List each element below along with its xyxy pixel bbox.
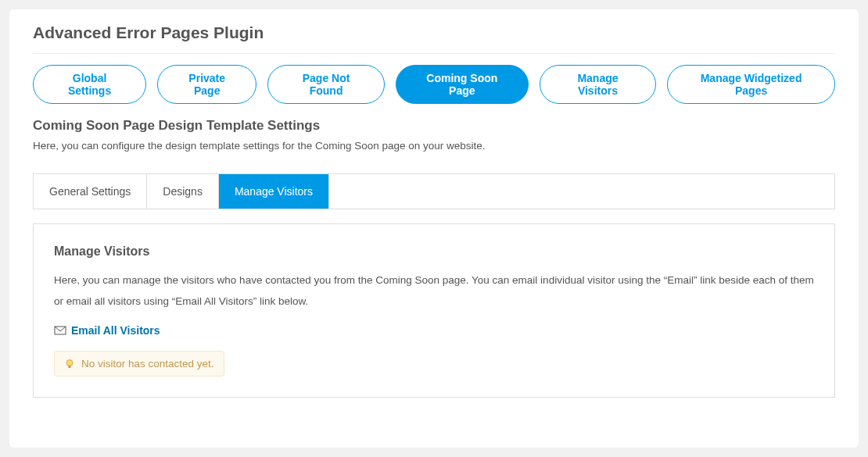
content-desc: Here, you can manage the visitors who ha… [54, 270, 814, 312]
section-title: Coming Soon Page Design Template Setting… [33, 118, 835, 134]
content-box: Manage Visitors Here, you can manage the… [33, 223, 835, 398]
email-all-row: Email All Visitors [54, 324, 814, 337]
notice-text: No visitor has contacted yet. [81, 358, 214, 370]
tabs-bar: General SettingsDesignsManage Visitors [33, 173, 835, 209]
content-title: Manage Visitors [54, 245, 814, 259]
notice-box: No visitor has contacted yet. [54, 351, 224, 377]
svg-point-1 [66, 359, 73, 366]
mail-icon [54, 325, 66, 336]
email-all-visitors-link[interactable]: Email All Visitors [71, 324, 160, 337]
tab-general-settings[interactable]: General Settings [34, 174, 147, 209]
pill-page-not-found[interactable]: Page Not Found [267, 65, 385, 104]
pill-coming-soon-page[interactable]: Coming Soon Page [396, 65, 529, 104]
main-card: Advanced Error Pages Plugin Global Setti… [9, 9, 859, 448]
pill-manage-widgetized-pages[interactable]: Manage Widgetized Pages [667, 65, 835, 104]
pill-global-settings[interactable]: Global Settings [33, 65, 146, 104]
tab-designs[interactable]: Designs [147, 174, 219, 209]
tab-manage-visitors[interactable]: Manage Visitors [219, 174, 329, 209]
pill-manage-visitors[interactable]: Manage Visitors [540, 65, 656, 104]
pill-private-page[interactable]: Private Page [157, 65, 256, 104]
section-desc: Here, you can configure the design templ… [33, 140, 835, 152]
bulb-icon [64, 359, 75, 370]
page-title: Advanced Error Pages Plugin [33, 23, 835, 54]
svg-rect-2 [69, 366, 71, 368]
pill-nav: Global SettingsPrivate PagePage Not Foun… [33, 65, 835, 104]
